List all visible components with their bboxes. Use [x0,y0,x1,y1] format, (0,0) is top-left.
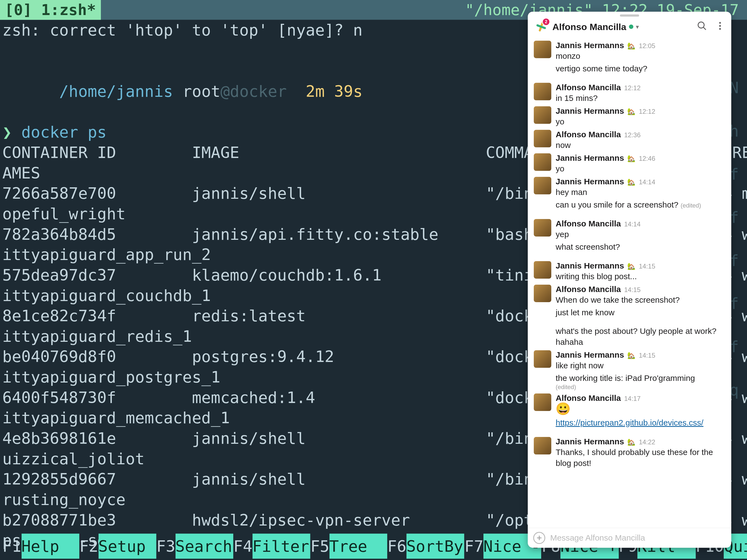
message[interactable]: Jannis Hermanns 🏡 14:15writing this blog… [534,259,731,282]
message-body: 😀 [556,403,725,416]
author-name[interactable]: Alfonso Mancilla [556,393,621,403]
timestamp: 14:15 [639,262,655,270]
message-body: yo [556,163,725,174]
message-body: yo [556,116,725,127]
avatar[interactable] [534,177,551,195]
svg-point-8 [719,28,721,29]
avatar[interactable] [534,153,551,171]
avatar[interactable] [534,130,551,147]
notification-badge: 2 [542,18,550,26]
message[interactable]: what screenshot? [534,240,731,259]
svg-point-6 [719,22,721,24]
timestamp: 14:15 [639,352,655,359]
message[interactable]: Jannis Hermanns 🏡 12:05monzo [534,39,731,62]
author-name[interactable]: Alfonso Mancilla [556,130,621,139]
message-body: in 15 mins? [556,92,725,104]
edited-label: (edited) [680,202,701,209]
link[interactable]: https://picturepan2.github.io/devices.cs… [556,418,703,427]
timestamp: 12:12 [639,108,655,116]
chevron-down-icon[interactable]: ▾ [636,24,639,30]
message[interactable]: Alfonso Mancilla 12:36now [534,128,731,151]
message[interactable]: Jannis Hermanns 🏡 12:12yo [534,104,731,128]
author-name[interactable]: Alfonso Mancilla [556,285,621,294]
message-composer[interactable] [528,528,731,548]
timestamp: 14:22 [639,438,655,446]
search-icon[interactable] [697,21,707,33]
avatar[interactable] [534,41,551,58]
author-name[interactable]: Jannis Hermanns [556,41,624,50]
message-body: monzo [556,50,725,61]
message[interactable]: Alfonso Mancilla 12:12in 15 mins? [534,81,731,104]
message-body: like right now [556,360,725,371]
message-body: https://picturepan2.github.io/devices.cs… [556,417,725,428]
message[interactable]: Jannis Hermanns 🏡 12:46yo [534,151,731,175]
svg-line-5 [703,27,706,30]
timestamp: 14:15 [624,286,641,294]
author-name[interactable]: Jannis Hermanns [556,437,624,446]
timestamp: 12:12 [624,84,641,92]
slack-logo-icon[interactable]: 2 [534,19,548,34]
status-emoji-icon: 🏡 [627,352,636,359]
message-body: vertigo some time today? [556,62,725,74]
message-body: can u you smile for a screenshot? (edite… [556,199,725,211]
message[interactable]: Alfonso Mancilla 14:14yep [534,217,731,240]
message-body: When do we take the screenshot? [556,294,725,305]
conversation-title[interactable]: Alfonso Mancilla ▾ [552,21,639,32]
author-name[interactable]: Jannis Hermanns [556,261,624,271]
timestamp: 12:05 [639,42,655,50]
edited-label: (edited) [556,384,725,391]
status-emoji-icon: 🏡 [627,155,636,162]
message[interactable]: vertigo some time today? [534,62,731,81]
message-input[interactable] [550,533,726,542]
avatar[interactable] [534,219,551,236]
author-name[interactable]: Jannis Hermanns [556,153,624,163]
avatar[interactable] [534,285,551,302]
status-emoji-icon: 🏡 [627,438,636,446]
slack-window[interactable]: 2 Alfonso Mancilla ▾ Jannis Hermanns 🏡 1… [528,12,731,548]
message[interactable]: can u you smile for a screenshot? (edite… [534,198,731,217]
author-name[interactable]: Jannis Hermanns [556,350,624,360]
author-name[interactable]: Jannis Hermanns [556,106,624,116]
message-body: just let me know [556,307,725,318]
message-body: Thanks, I should probably use these for … [556,446,725,469]
message[interactable]: Jannis Hermanns 🏡 14:22Thanks, I should … [534,435,731,469]
message[interactable]: the working title is: iPad Pro'gramming(… [534,372,731,391]
message[interactable]: Alfonso Mancilla 14:15When do we take th… [534,282,731,306]
sheet-grabber[interactable] [620,15,639,17]
more-vertical-icon[interactable] [715,21,725,33]
svg-point-7 [719,25,721,27]
message[interactable]: https://picturepan2.github.io/devices.cs… [534,416,731,435]
svg-point-4 [698,22,704,28]
message[interactable]: what's the post about? Ugly people at wo… [534,325,731,348]
presence-dot-icon [629,25,633,29]
tmux-session-tab[interactable]: [0] 1:zsh* [0,0,101,20]
message[interactable]: Jannis Hermanns 🏡 14:15like right now [534,348,731,372]
avatar[interactable] [534,350,551,368]
message-body: hey man [556,186,725,198]
author-name[interactable]: Alfonso Mancilla [556,83,621,92]
timestamp: 14:17 [624,395,641,403]
message[interactable]: Jannis Hermanns 🏡 14:14hey man [534,175,731,198]
message-body: the working title is: iPad Pro'gramming [556,372,725,384]
message[interactable]: Alfonso Mancilla 14:17😀 [534,391,731,416]
message-body: what's the post about? Ugly people at wo… [556,325,725,348]
avatar[interactable] [534,261,551,279]
avatar[interactable] [534,83,551,100]
avatar[interactable] [534,106,551,124]
attach-button[interactable] [533,532,545,544]
avatar[interactable] [534,437,551,455]
avatar[interactable] [534,393,551,411]
message[interactable]: just let me know [534,306,731,325]
message-body: writing this blog post... [556,271,725,282]
author-name[interactable]: Jannis Hermanns [556,177,624,186]
timestamp: 12:46 [639,155,655,162]
author-name[interactable]: Alfonso Mancilla [556,219,621,228]
status-emoji-icon: 🏡 [627,262,636,270]
status-emoji-icon: 🏡 [627,42,636,50]
message-list[interactable]: Jannis Hermanns 🏡 12:05monzovertigo some… [528,38,731,528]
message-body: yep [556,228,725,240]
timestamp: 12:36 [624,131,641,139]
timestamp: 14:14 [639,178,655,186]
status-emoji-icon: 🏡 [627,178,636,186]
message-body: now [556,139,725,151]
